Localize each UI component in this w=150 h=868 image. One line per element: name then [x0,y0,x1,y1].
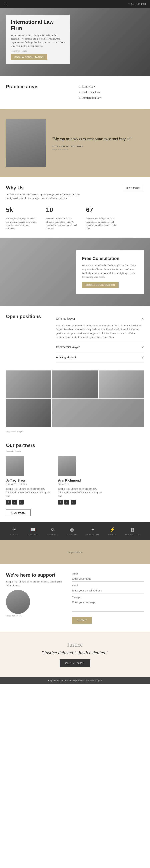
read-more-button[interactable]: READ MORE [122,185,144,191]
view-more-button[interactable]: VIEW MORE [6,509,31,516]
open-positions-title: Open positions [6,314,50,319]
stat-description: Domestic locations. We have offices in s… [46,217,78,230]
hero-title: International Law Firm [11,19,65,31]
name-input[interactable] [72,576,144,582]
linkedin-icon[interactable]: in [19,500,24,504]
practice-areas-left: Practice areas [6,84,75,101]
email-label: Email [72,584,144,587]
twitter-icon[interactable]: ♥ [64,500,69,504]
quote-footer-text: "Justice delayed is justice denied." [6,650,144,655]
photo-cell [52,370,98,398]
accordion-item-criminal: Criminal lawyer ∧ Answer: Lorem ipsum do… [56,314,144,342]
immigration-icon: ▦ [130,527,134,532]
support-description: Sample text. Click to select the text el… [6,580,66,587]
stat-description: Partners, lawyers, legal assistants, and… [6,217,38,230]
maritime-icon: ◎ [70,527,74,532]
support-section: We're here to support Sample text. Click… [0,564,150,631]
chevron-down-icon: ∨ [141,355,144,360]
support-left: We're here to support Sample text. Click… [6,572,66,624]
stat-item: 67 Overseas partnerships. We have intern… [86,206,118,230]
facebook-icon[interactable]: f [58,500,63,504]
menu-icon[interactable]: ☰ [4,2,7,6]
email-input[interactable] [72,588,144,593]
support-right: Name Email Message SUBMIT [72,572,144,624]
icon-item-corporate[interactable]: 📖 CORPORATE [27,527,39,535]
accordion-item-articling: Articling student ∨ [56,352,144,363]
quote-footer-script: Justice [6,642,144,648]
icon-item-family[interactable]: ☀ FAMILY [10,527,18,535]
realestate-icon: ✦ [91,527,95,532]
stat-description: Overseas partnerships. We have internati… [86,217,118,230]
why-us-header: Why Us Our lawyers are dedicated to ensu… [6,185,144,200]
quote-image [6,119,46,167]
partners-grid: Jeffrey Brown CREATIVE LEADER Sample tex… [6,456,144,504]
support-image [6,590,30,614]
open-positions-section: Open positions Criminal lawyer ∧ Answer:… [0,306,150,370]
icon-item-criminal[interactable]: ⚖ CRIMINAL [48,527,58,535]
icon-item-maritime[interactable]: ◎ MARITIME [67,527,78,535]
accordion-item-commercial: Commercial lawyer ∨ [56,342,144,352]
partner-avatar [6,456,24,476]
icon-label-energy: ENERGY [108,533,117,535]
hero-image-credit: Image from Freepik [11,50,65,52]
icon-label-criminal: CRIMINAL [48,533,58,535]
accordion-header-criminal[interactable]: Criminal lawyer ∧ [56,314,144,324]
form-message-group: Message [72,596,144,613]
free-consult-button[interactable]: BOOK A CONSULTATION [82,282,119,288]
submit-button[interactable]: SUBMIT [72,617,92,624]
icon-label-corporate: CORPORATE [27,533,39,535]
twitter-icon[interactable]: ♥ [12,500,17,504]
why-us-left: Why Us Our lawyers are dedicated to ensu… [6,185,82,200]
photo-credit: Images from Freepik [0,429,150,437]
accordion-header-articling[interactable]: Articling student ∨ [56,352,144,362]
partner-item: Jeffrey Brown CREATIVE LEADER Sample tex… [6,456,50,504]
photo-cell [99,370,144,398]
photo-cell [6,370,51,398]
criminal-icon: ⚖ [51,527,55,532]
book-consultation-button[interactable]: BOOK A CONSULTATION [11,54,48,60]
quote-content: "My top priority is to earn your trust a… [52,136,144,151]
stat-item: 10 Domestic locations. We have offices i… [46,206,78,230]
hero-overlay: International Law Firm We understand you… [6,15,70,64]
photo-cell [52,399,144,427]
partner-description: Sample text. Click to select the text bo… [58,487,102,498]
hero-section: International Law Firm We understand you… [0,8,150,76]
form-name-group: Name [72,572,144,582]
partner-name: Ann Richmond [58,479,102,483]
linkedin-icon[interactable]: in [71,500,76,504]
free-consult-section: Free Consultation We know it can be hard… [0,238,150,306]
hero-description: We understand your challenges. We strive… [11,33,65,48]
stats-row: 5k Partners, lawyers, legal assistants, … [6,206,144,230]
corporate-icon: 📖 [30,527,36,532]
practice-areas-list: 1. Family Law 2. Real Estate Law 3. Immi… [79,84,144,101]
accordion-title-commercial: Commercial lawyer [56,345,80,349]
free-consult-box: Free Consultation We know it can be hard… [76,250,144,294]
icon-item-realestate[interactable]: ✦ REAL ESTATE [86,527,99,535]
get-in-touch-button[interactable]: GET IN TOUCH [60,659,90,667]
support-image-credit: Image from Freepik [6,615,66,617]
footer: Empowered, quality and experienced, the … [0,677,150,684]
free-consult-title: Free Consultation [82,256,138,261]
chevron-up-icon: ∧ [141,316,144,321]
message-textarea[interactable] [72,600,144,612]
header-phone: +1 (234) 567-8911 [128,3,146,6]
stat-number: 10 [46,206,78,215]
list-item: 2. Real Estate Law [79,90,144,95]
quote-footer-section: Justice "Justice delayed is justice deni… [0,631,150,677]
facebook-icon[interactable]: f [6,500,11,504]
quote-author: NICK PARCON, FOUNDER [52,145,144,148]
photo-grid [0,370,150,429]
partners-title: Our partners [6,442,144,448]
accordion-title-criminal: Criminal lawyer [56,317,75,320]
partner-role: MANAGER [58,483,102,485]
icon-label-immigration: IMMIGRATION [125,533,140,535]
why-us-section: Why Us Our lawyers are dedicated to ensu… [0,177,150,238]
partner-role: CREATIVE LEADER [6,483,50,485]
name-label: Name [72,572,144,575]
energy-icon: ⚡ [110,527,115,532]
accordion-header-commercial[interactable]: Commercial lawyer ∨ [56,342,144,352]
icon-item-immigration[interactable]: ▦ IMMIGRATION [125,527,140,535]
icon-item-energy[interactable]: ⚡ ENERGY [108,527,117,535]
icon-label-family: FAMILY [10,533,18,535]
header: ☰ +1 (234) 567-8911 [0,0,150,8]
